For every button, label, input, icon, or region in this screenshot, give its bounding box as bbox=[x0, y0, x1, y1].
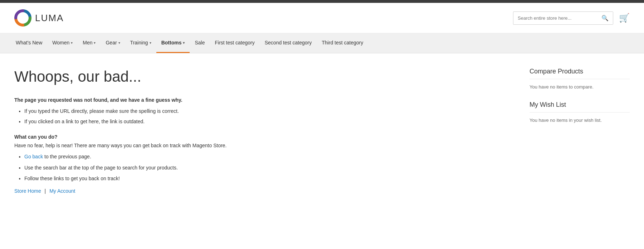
luma-logo-icon bbox=[14, 9, 31, 27]
what-todo-title: What can you do? bbox=[14, 134, 515, 140]
nav-item-gear[interactable]: Gear▾ bbox=[101, 33, 125, 53]
nav-link-men[interactable]: Men▾ bbox=[78, 33, 101, 52]
chevron-down-icon: ▾ bbox=[94, 41, 96, 45]
nav-item-whats-new[interactable]: What's New bbox=[11, 33, 47, 53]
list-item: If you clicked on a link to get here, th… bbox=[24, 118, 515, 125]
cart-icon: 🛒 bbox=[619, 13, 630, 23]
footer-links: Store Home | My Account bbox=[14, 188, 515, 194]
nav-item-first-test-category[interactable]: First test category bbox=[210, 33, 259, 53]
nav-item-training[interactable]: Training▾ bbox=[125, 33, 156, 53]
wishlist-title: My Wish List bbox=[530, 101, 630, 112]
nav-item-sale[interactable]: Sale bbox=[190, 33, 210, 53]
list-item: Follow these links to get you back on tr… bbox=[24, 174, 515, 182]
logo-area[interactable]: LUMA bbox=[14, 9, 64, 27]
error-bullets-list: If you typed the URL directly, please ma… bbox=[14, 107, 515, 125]
list-item: If you typed the URL directly, please ma… bbox=[24, 107, 515, 115]
logo-text: LUMA bbox=[35, 13, 64, 24]
error-title: Whoops, our bad... bbox=[14, 68, 515, 86]
go-back-link[interactable]: Go back bbox=[24, 154, 43, 159]
nav-link-whats-new[interactable]: What's New bbox=[11, 33, 47, 52]
what-todo-desc: Have no fear, help is near! There are ma… bbox=[14, 143, 515, 148]
main-container: Whoops, our bad... The page you requeste… bbox=[0, 53, 644, 215]
chevron-down-icon: ▾ bbox=[118, 41, 120, 45]
nav-item-second-test-category[interactable]: Second test category bbox=[260, 33, 317, 53]
nav-list: What's NewWomen▾Men▾Gear▾Training▾Bottom… bbox=[0, 33, 644, 53]
header: LUMA 🔍 🛒 bbox=[0, 3, 644, 33]
nav-link-third-test-category[interactable]: Third test category bbox=[317, 33, 368, 52]
compare-products-section: Compare Products You have no items to co… bbox=[530, 68, 630, 90]
sidebar: Compare Products You have no items to co… bbox=[530, 68, 630, 194]
nav-link-gear[interactable]: Gear▾ bbox=[101, 33, 125, 52]
nav-link-first-test-category[interactable]: First test category bbox=[210, 33, 259, 52]
list-item: Use the search bar at the top of the pag… bbox=[24, 164, 515, 172]
main-content: Whoops, our bad... The page you requeste… bbox=[14, 68, 515, 194]
search-icon: 🔍 bbox=[601, 15, 609, 21]
chevron-down-icon: ▾ bbox=[71, 41, 73, 45]
search-bar[interactable]: 🔍 bbox=[513, 11, 613, 25]
wishlist-text: You have no items in your wish list. bbox=[530, 118, 630, 123]
nav-link-second-test-category[interactable]: Second test category bbox=[260, 33, 317, 52]
top-bar bbox=[0, 0, 644, 3]
nav-link-bottoms[interactable]: Bottoms▾ bbox=[156, 33, 190, 53]
search-input[interactable] bbox=[513, 13, 597, 24]
nav-item-women[interactable]: Women▾ bbox=[47, 33, 78, 53]
compare-products-text: You have no items to compare. bbox=[530, 84, 630, 90]
search-button[interactable]: 🔍 bbox=[597, 12, 613, 24]
chevron-down-icon: ▾ bbox=[183, 41, 185, 45]
nav-item-bottoms[interactable]: Bottoms▾ bbox=[156, 33, 190, 53]
store-home-link[interactable]: Store Home bbox=[14, 188, 41, 194]
list-item: Go back to the previous page. bbox=[24, 153, 515, 161]
chevron-down-icon: ▾ bbox=[150, 41, 151, 45]
what-todo-list: Go back to the previous page. Use the se… bbox=[14, 153, 515, 182]
compare-products-title: Compare Products bbox=[530, 68, 630, 79]
nav-link-training[interactable]: Training▾ bbox=[125, 33, 156, 52]
header-right: 🔍 🛒 bbox=[513, 11, 630, 25]
nav-item-third-test-category[interactable]: Third test category bbox=[317, 33, 368, 53]
error-description: The page you requested was not found, an… bbox=[14, 97, 515, 103]
nav-link-women[interactable]: Women▾ bbox=[47, 33, 78, 52]
cart-button[interactable]: 🛒 bbox=[619, 13, 630, 23]
nav-link-sale[interactable]: Sale bbox=[190, 33, 210, 52]
main-nav: What's NewWomen▾Men▾Gear▾Training▾Bottom… bbox=[0, 33, 644, 53]
nav-item-men[interactable]: Men▾ bbox=[78, 33, 101, 53]
wishlist-section: My Wish List You have no items in your w… bbox=[530, 101, 630, 123]
my-account-link[interactable]: My Account bbox=[49, 188, 75, 194]
